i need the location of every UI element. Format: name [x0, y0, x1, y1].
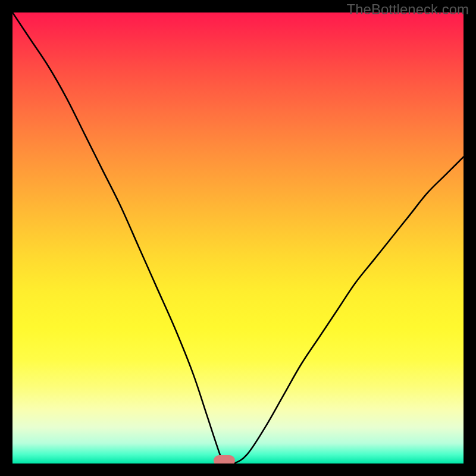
watermark-text: TheBottleneck.com: [347, 1, 469, 18]
chart-container: TheBottleneck.com: [0, 0, 476, 476]
bottleneck-curve: [12, 12, 464, 464]
optimal-point-marker: [214, 455, 235, 464]
plot-area: [12, 12, 464, 464]
